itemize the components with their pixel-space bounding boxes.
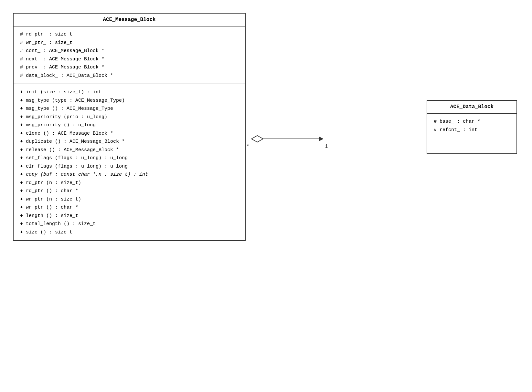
method-wr-ptr-2: + wr_ptr () : char * [20,203,239,212]
ace-message-block-attributes: # rd_ptr_ : size_t # wr_ptr_ : size_t # … [14,26,245,84]
ace-data-block-title: ACE_Data_Block [427,101,516,114]
attr-base: # base_ : char * [434,118,510,126]
method-release: + release () : ACE_Message_Block * [20,146,239,154]
method-size: + size () : size_t [20,228,239,237]
attr-rd-ptr: # rd_ptr_ : size_t [20,30,239,39]
method-rd-ptr-2: + rd_ptr () : char * [20,187,239,195]
ace-data-block-class: ACE_Data_Block # base_ : char * # refcnt… [427,100,517,154]
attr-refcnt: # refcnt_ : int [434,126,510,134]
ace-data-block-attributes: # base_ : char * # refcnt_ : int [427,114,516,144]
method-length: + length () : size_t [20,212,239,220]
attr-next: # next_ : ACE_Message_Block * [20,55,239,64]
svg-marker-0 [251,136,263,142]
method-msg-priority-2: + msg_priority () : u_long [20,121,239,129]
method-set-flags: + set_flags (flags : u_long) : u_long [20,154,239,162]
method-init: + init (size : size_t) : int [20,88,239,97]
ace-message-block-class: ACE_Message_Block # rd_ptr_ : size_t # w… [13,13,246,241]
attr-data-block: # data_block_ : ACE_Data_Block * [20,72,239,80]
method-msg-priority-1: + msg_priority (prio : u_long) [20,113,239,121]
uml-diagram: ACE_Message_Block # rd_ptr_ : size_t # w… [13,13,519,241]
method-rd-ptr-1: + rd_ptr (n : size_t) [20,179,239,187]
svg-text:*: * [246,144,250,150]
method-msg-type-2: + msg_type () : ACE_Message_Type [20,105,239,113]
method-clr-flags: + clr_flags (flags : u_long) : u_long [20,162,239,171]
ace-message-block-title: ACE_Message_Block [14,14,245,26]
attr-cont: # cont_ : ACE_Message_Block * [20,47,239,55]
attr-wr-ptr: # wr_ptr_ : size_t [20,39,239,47]
method-wr-ptr-1: + wr_ptr (n : size_t) [20,195,239,204]
method-copy: + copy (buf : const char *,n : size_t) :… [20,170,239,179]
method-msg-type-1: + msg_type (type : ACE_Message_Type) [20,97,239,105]
method-clone: + clone () : ACE_Message_Block * [20,129,239,138]
svg-text:1: 1 [325,144,328,150]
attr-prev: # prev_ : ACE_Message_Block * [20,63,239,72]
method-total-length: + total_length () : size_t [20,220,239,228]
ace-message-block-methods: + init (size : size_t) : int + msg_type … [14,84,245,240]
association-connector: * 1 [246,132,336,158]
method-duplicate: + duplicate () : ACE_Message_Block * [20,138,239,146]
svg-marker-2 [319,137,323,141]
